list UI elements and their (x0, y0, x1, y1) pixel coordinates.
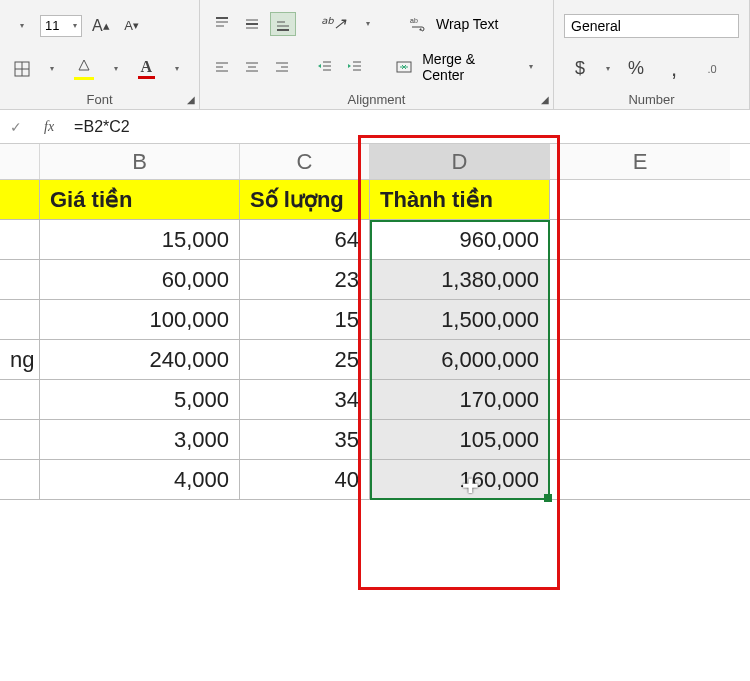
cell-E2[interactable] (550, 220, 730, 259)
align-top-button[interactable] (210, 12, 234, 36)
column-headers-row: B C D E (0, 144, 750, 180)
align-center-button[interactable] (240, 55, 264, 79)
merge-center-button[interactable] (392, 55, 416, 79)
svg-text:ab: ab (410, 17, 418, 24)
font-dialog-launcher-icon[interactable]: ◢ (187, 94, 195, 105)
font-color-dropdown[interactable]: ▾ (165, 57, 189, 81)
cell-A8[interactable] (0, 460, 40, 499)
cell-B5[interactable]: 240,000 (40, 340, 240, 379)
cell-A6[interactable] (0, 380, 40, 419)
cell-E7[interactable] (550, 420, 730, 459)
table-row: 4,000 40 160,000 (0, 460, 750, 500)
decrease-indent-button[interactable] (313, 55, 337, 79)
align-middle-button[interactable] (240, 12, 264, 36)
cell-D7[interactable]: 105,000 (370, 420, 550, 459)
number-format-dropdown[interactable]: General (564, 14, 739, 38)
fill-color-button[interactable] (70, 57, 98, 81)
alignment-dialog-launcher-icon[interactable]: ◢ (541, 94, 549, 105)
cell-D5[interactable]: 6,000,000 (370, 340, 550, 379)
cell-E8[interactable] (550, 460, 730, 499)
cell-E5[interactable] (550, 340, 730, 379)
cell-B6[interactable]: 5,000 (40, 380, 240, 419)
table-row: 5,000 34 170,000 (0, 380, 750, 420)
col-header-E[interactable]: E (550, 144, 730, 179)
table-row: 3,000 35 105,000 (0, 420, 750, 460)
font-family-dropdown-arrow[interactable]: ▾ (10, 14, 34, 38)
cell-C3[interactable]: 23 (240, 260, 370, 299)
cancel-formula-button[interactable]: ✓ (0, 119, 32, 135)
formula-input[interactable]: =B2*C2 (66, 118, 750, 136)
ribbon-group-font: ▾ 11 ▾ A▴ A▾ ▾ ▾ (0, 0, 200, 109)
orientation-dropdown[interactable]: ▾ (356, 12, 380, 36)
align-bottom-button[interactable] (270, 12, 296, 36)
table-row: 15,000 64 960,000 (0, 220, 750, 260)
cell-C8[interactable]: 40 (240, 460, 370, 499)
cell-A3[interactable] (0, 260, 40, 299)
cell-E6[interactable] (550, 380, 730, 419)
chevron-down-icon: ▾ (73, 21, 77, 30)
cell-A1[interactable] (0, 180, 40, 219)
table-row: ng 240,000 25 6,000,000 (0, 340, 750, 380)
cell-D2[interactable]: 960,000 (370, 220, 550, 259)
font-size-value: 11 (45, 18, 59, 33)
increase-indent-button[interactable] (343, 55, 367, 79)
cell-D1[interactable]: Thành tiền (370, 180, 550, 219)
cell-C4[interactable]: 15 (240, 300, 370, 339)
ribbon-group-alignment: ᵃᵇ↗ ▾ ab Wrap Text Merge & Center (200, 0, 554, 109)
cell-B3[interactable]: 60,000 (40, 260, 240, 299)
fx-icon[interactable]: fx (32, 119, 66, 135)
borders-dropdown[interactable]: ▾ (40, 57, 64, 81)
fill-color-dropdown[interactable]: ▾ (104, 57, 128, 81)
align-left-button[interactable] (210, 55, 234, 79)
col-header-D[interactable]: D (370, 144, 550, 179)
col-header-B[interactable]: B (40, 144, 240, 179)
cell-A4[interactable] (0, 300, 40, 339)
cell-A5[interactable]: ng (0, 340, 40, 379)
align-right-button[interactable] (270, 55, 294, 79)
cell-A2[interactable] (0, 220, 40, 259)
cell-B7[interactable]: 3,000 (40, 420, 240, 459)
accounting-format-button[interactable]: $ (568, 57, 592, 81)
cell-B4[interactable]: 100,000 (40, 300, 240, 339)
cell-D8[interactable]: 160,000 (370, 460, 550, 499)
wrap-text-label: Wrap Text (436, 16, 499, 32)
orientation-button[interactable]: ᵃᵇ↗ (316, 12, 350, 36)
cell-B2[interactable]: 15,000 (40, 220, 240, 259)
cell-A7[interactable] (0, 420, 40, 459)
increase-font-size-button[interactable]: A▴ (88, 14, 114, 38)
ribbon-group-number: General $ ▾ % , .0 Number (554, 0, 750, 109)
cell-E3[interactable] (550, 260, 730, 299)
accounting-dropdown[interactable]: ▾ (606, 64, 610, 73)
col-header-A[interactable] (0, 144, 40, 179)
comma-format-button[interactable]: , (662, 57, 686, 81)
cursor-icon: ✚ (462, 474, 479, 498)
cell-C5[interactable]: 25 (240, 340, 370, 379)
merge-center-dropdown[interactable]: ▾ (519, 55, 543, 79)
decrease-font-size-button[interactable]: A▾ (120, 14, 144, 38)
number-format-value: General (571, 18, 621, 34)
cell-C7[interactable]: 35 (240, 420, 370, 459)
cell-E1[interactable] (550, 180, 730, 219)
table-header-row: Giá tiền Số lượng Thành tiền (0, 180, 750, 220)
cell-B1[interactable]: Giá tiền (40, 180, 240, 219)
ribbon: ▾ 11 ▾ A▴ A▾ ▾ ▾ (0, 0, 750, 110)
borders-button[interactable] (10, 57, 34, 81)
cell-E4[interactable] (550, 300, 730, 339)
formula-bar: ✓ fx =B2*C2 (0, 110, 750, 144)
font-color-button[interactable]: A (134, 57, 159, 81)
group-label-font: Font (10, 90, 189, 107)
cell-C6[interactable]: 34 (240, 380, 370, 419)
wrap-text-button[interactable]: ab (406, 12, 430, 36)
percent-format-button[interactable]: % (624, 57, 648, 81)
cell-D3[interactable]: 1,380,000 (370, 260, 550, 299)
cell-C1[interactable]: Số lượng (240, 180, 370, 219)
increase-decimal-button[interactable]: .0 (700, 57, 724, 81)
cell-C2[interactable]: 64 (240, 220, 370, 259)
group-label-number: Number (564, 90, 739, 107)
font-size-input[interactable]: 11 ▾ (40, 15, 82, 37)
worksheet-grid[interactable]: B C D E Giá tiền Số lượng Thành tiền 15,… (0, 144, 750, 500)
cell-B8[interactable]: 4,000 (40, 460, 240, 499)
cell-D6[interactable]: 170,000 (370, 380, 550, 419)
col-header-C[interactable]: C (240, 144, 370, 179)
cell-D4[interactable]: 1,500,000 (370, 300, 550, 339)
